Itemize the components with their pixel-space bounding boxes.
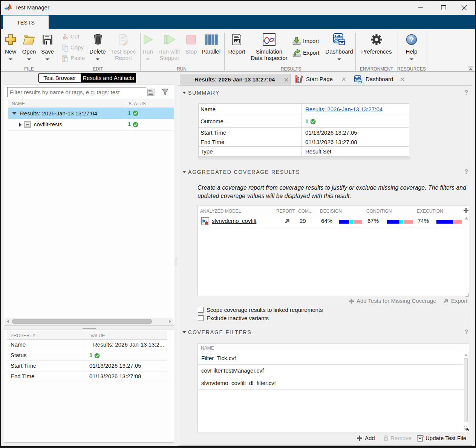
svg-text:?: ? [409,36,414,44]
